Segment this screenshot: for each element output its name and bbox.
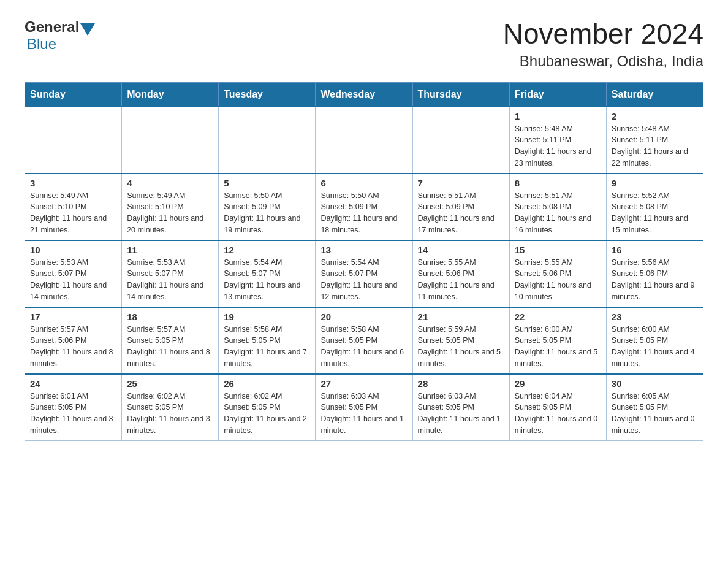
calendar-cell: 28Sunrise: 6:03 AM Sunset: 5:05 PM Dayli… [412,374,509,441]
day-number: 3 [30,178,116,188]
day-info: Sunrise: 6:02 AM Sunset: 5:05 PM Dayligh… [224,391,310,437]
weekday-header-thursday: Thursday [412,82,509,107]
day-number: 28 [418,378,504,389]
calendar-cell: 30Sunrise: 6:05 AM Sunset: 5:05 PM Dayli… [606,374,703,441]
day-info: Sunrise: 5:50 AM Sunset: 5:09 PM Dayligh… [320,190,407,236]
calendar-cell: 15Sunrise: 5:55 AM Sunset: 5:06 PM Dayli… [509,240,606,307]
day-number: 13 [320,245,407,255]
day-number: 21 [418,312,504,322]
week-row-1: 1Sunrise: 5:48 AM Sunset: 5:11 PM Daylig… [25,107,703,174]
day-info: Sunrise: 5:51 AM Sunset: 5:09 PM Dayligh… [418,190,504,236]
day-info: Sunrise: 5:55 AM Sunset: 5:06 PM Dayligh… [418,257,504,303]
week-row-5: 24Sunrise: 6:01 AM Sunset: 5:05 PM Dayli… [25,374,703,441]
calendar-cell: 26Sunrise: 6:02 AM Sunset: 5:05 PM Dayli… [219,374,316,441]
day-number: 29 [515,378,601,389]
calendar-cell: 5Sunrise: 5:50 AM Sunset: 5:09 PM Daylig… [219,174,316,240]
weekday-header-saturday: Saturday [606,82,703,107]
weekday-header-row: SundayMondayTuesdayWednesdayThursdayFrid… [25,82,703,107]
day-info: Sunrise: 6:01 AM Sunset: 5:05 PM Dayligh… [30,391,116,437]
day-number: 2 [612,111,698,121]
day-info: Sunrise: 6:00 AM Sunset: 5:05 PM Dayligh… [515,324,601,370]
day-info: Sunrise: 5:52 AM Sunset: 5:08 PM Dayligh… [612,190,698,236]
weekday-header-wednesday: Wednesday [316,82,412,107]
day-info: Sunrise: 5:59 AM Sunset: 5:05 PM Dayligh… [418,324,504,370]
logo-blue-text: Blue [27,36,56,52]
day-number: 14 [418,245,504,255]
day-number: 6 [320,178,407,188]
day-info: Sunrise: 5:48 AM Sunset: 5:11 PM Dayligh… [515,123,601,169]
calendar-cell [25,107,122,174]
day-number: 5 [224,178,310,188]
week-row-4: 17Sunrise: 5:57 AM Sunset: 5:06 PM Dayli… [25,307,703,374]
calendar-cell: 13Sunrise: 5:54 AM Sunset: 5:07 PM Dayli… [316,240,412,307]
day-info: Sunrise: 6:05 AM Sunset: 5:05 PM Dayligh… [612,391,698,437]
day-info: Sunrise: 5:48 AM Sunset: 5:11 PM Dayligh… [612,123,698,169]
calendar-cell: 2Sunrise: 5:48 AM Sunset: 5:11 PM Daylig… [606,107,703,174]
calendar-cell: 10Sunrise: 5:53 AM Sunset: 5:07 PM Dayli… [25,240,122,307]
day-info: Sunrise: 5:56 AM Sunset: 5:06 PM Dayligh… [612,257,698,303]
day-info: Sunrise: 6:03 AM Sunset: 5:05 PM Dayligh… [320,391,407,437]
day-number: 26 [224,378,310,389]
day-number: 15 [515,245,601,255]
logo-triangle-icon [80,23,95,36]
calendar-cell: 12Sunrise: 5:54 AM Sunset: 5:07 PM Dayli… [219,240,316,307]
calendar-cell: 14Sunrise: 5:55 AM Sunset: 5:06 PM Dayli… [412,240,509,307]
day-info: Sunrise: 5:58 AM Sunset: 5:05 PM Dayligh… [224,324,310,370]
calendar-cell: 8Sunrise: 5:51 AM Sunset: 5:08 PM Daylig… [509,174,606,240]
day-info: Sunrise: 6:02 AM Sunset: 5:05 PM Dayligh… [127,391,213,437]
day-number: 4 [127,178,213,188]
day-info: Sunrise: 5:53 AM Sunset: 5:07 PM Dayligh… [30,257,116,303]
calendar-cell: 3Sunrise: 5:49 AM Sunset: 5:10 PM Daylig… [25,174,122,240]
calendar-cell: 4Sunrise: 5:49 AM Sunset: 5:10 PM Daylig… [122,174,219,240]
day-number: 24 [30,378,116,389]
logo: General Blue [25,18,96,53]
day-info: Sunrise: 5:57 AM Sunset: 5:06 PM Dayligh… [30,324,116,370]
day-number: 12 [224,245,310,255]
day-number: 16 [612,245,698,255]
day-info: Sunrise: 5:57 AM Sunset: 5:05 PM Dayligh… [127,324,213,370]
calendar-cell [412,107,509,174]
day-number: 22 [515,312,601,322]
calendar-cell: 11Sunrise: 5:53 AM Sunset: 5:07 PM Dayli… [122,240,219,307]
calendar-cell: 17Sunrise: 5:57 AM Sunset: 5:06 PM Dayli… [25,307,122,374]
calendar-title: November 2024 [503,18,703,50]
calendar-cell: 19Sunrise: 5:58 AM Sunset: 5:05 PM Dayli… [219,307,316,374]
calendar-table: SundayMondayTuesdayWednesdayThursdayFrid… [25,82,703,441]
weekday-header-monday: Monday [122,82,219,107]
calendar-cell: 18Sunrise: 5:57 AM Sunset: 5:05 PM Dayli… [122,307,219,374]
day-info: Sunrise: 5:55 AM Sunset: 5:06 PM Dayligh… [515,257,601,303]
day-info: Sunrise: 5:54 AM Sunset: 5:07 PM Dayligh… [320,257,407,303]
day-info: Sunrise: 5:53 AM Sunset: 5:07 PM Dayligh… [127,257,213,303]
calendar-cell: 22Sunrise: 6:00 AM Sunset: 5:05 PM Dayli… [509,307,606,374]
calendar-title-block: November 2024 Bhubaneswar, Odisha, India [503,18,703,70]
calendar-cell: 24Sunrise: 6:01 AM Sunset: 5:05 PM Dayli… [25,374,122,441]
day-info: Sunrise: 5:49 AM Sunset: 5:10 PM Dayligh… [30,190,116,236]
day-number: 23 [612,312,698,322]
calendar-cell: 21Sunrise: 5:59 AM Sunset: 5:05 PM Dayli… [412,307,509,374]
logo-general-text: General [25,18,79,36]
calendar-cell: 16Sunrise: 5:56 AM Sunset: 5:06 PM Dayli… [606,240,703,307]
calendar-cell: 20Sunrise: 5:58 AM Sunset: 5:05 PM Dayli… [316,307,412,374]
day-info: Sunrise: 5:58 AM Sunset: 5:05 PM Dayligh… [320,324,407,370]
calendar-cell: 6Sunrise: 5:50 AM Sunset: 5:09 PM Daylig… [316,174,412,240]
week-row-2: 3Sunrise: 5:49 AM Sunset: 5:10 PM Daylig… [25,174,703,240]
page-header: General Blue November 2024 Bhubaneswar, … [25,18,703,70]
day-info: Sunrise: 5:54 AM Sunset: 5:07 PM Dayligh… [224,257,310,303]
calendar-cell: 25Sunrise: 6:02 AM Sunset: 5:05 PM Dayli… [122,374,219,441]
day-number: 20 [320,312,407,322]
calendar-subtitle: Bhubaneswar, Odisha, India [503,53,703,70]
day-number: 27 [320,378,407,389]
day-number: 1 [515,111,601,121]
weekday-header-friday: Friday [509,82,606,107]
week-row-3: 10Sunrise: 5:53 AM Sunset: 5:07 PM Dayli… [25,240,703,307]
day-info: Sunrise: 5:49 AM Sunset: 5:10 PM Dayligh… [127,190,213,236]
day-info: Sunrise: 6:03 AM Sunset: 5:05 PM Dayligh… [418,391,504,437]
calendar-cell: 27Sunrise: 6:03 AM Sunset: 5:05 PM Dayli… [316,374,412,441]
calendar-cell: 29Sunrise: 6:04 AM Sunset: 5:05 PM Dayli… [509,374,606,441]
day-number: 25 [127,378,213,389]
calendar-cell [219,107,316,174]
calendar-cell: 1Sunrise: 5:48 AM Sunset: 5:11 PM Daylig… [509,107,606,174]
day-info: Sunrise: 6:00 AM Sunset: 5:05 PM Dayligh… [612,324,698,370]
calendar-cell: 9Sunrise: 5:52 AM Sunset: 5:08 PM Daylig… [606,174,703,240]
day-info: Sunrise: 5:50 AM Sunset: 5:09 PM Dayligh… [224,190,310,236]
